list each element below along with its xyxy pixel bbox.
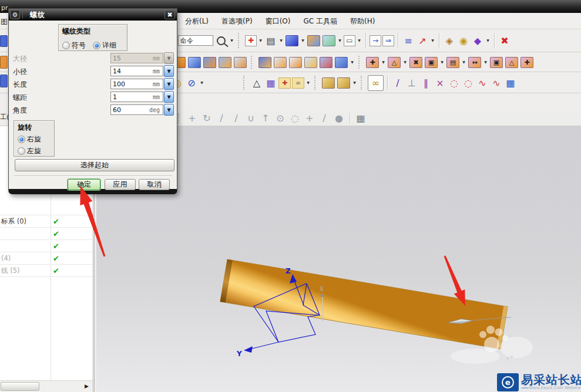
offset-region-icon[interactable]: △ — [388, 57, 401, 68]
curve-dropdown-icon[interactable]: ▼ — [199, 80, 204, 86]
radio-symbolic-circle[interactable] — [62, 42, 70, 49]
copy-face-icon[interactable]: ▣ — [425, 57, 438, 68]
radio-symbolic[interactable]: 符号 — [62, 40, 86, 50]
ref-circle-icon[interactable]: ◌ — [448, 76, 461, 90]
table-icon[interactable]: ▦ — [264, 76, 277, 90]
chain-link-icon[interactable]: ∞ — [368, 75, 384, 91]
clip-section-icon[interactable] — [323, 35, 335, 46]
snap-point-icon[interactable]: + — [186, 111, 199, 126]
assembly-dropdown-icon[interactable]: ▼ — [352, 80, 357, 86]
primitive-dropdown-icon[interactable]: ▼ — [350, 59, 355, 65]
object-display-icon[interactable]: ◉ — [457, 33, 470, 48]
folder-dropdown-icon[interactable]: ▼ — [305, 80, 311, 86]
menu-preferences[interactable]: 首选项(P) — [216, 15, 258, 28]
pull-face-icon[interactable] — [234, 57, 247, 68]
scrollbar-thumb[interactable] — [1, 382, 39, 391]
csys-orientation-icon[interactable]: ↗ — [416, 33, 429, 48]
snap-center-icon[interactable]: ⊙ — [274, 111, 287, 126]
move-region-icon[interactable]: ✚ — [520, 57, 533, 68]
move-face-dropdown-icon[interactable]: ▼ — [381, 59, 386, 65]
radio-detailed[interactable]: 详细 — [93, 40, 116, 50]
display-mode-dropdown-icon[interactable]: ▼ — [278, 38, 284, 43]
resize-face-dropdown-icon[interactable]: ▼ — [483, 59, 488, 65]
scrollbar-right-arrow[interactable]: ▶ — [85, 383, 89, 389]
edit-object-display-icon[interactable]: ◈ — [443, 33, 456, 48]
navigator-row[interactable] — [0, 203, 93, 215]
checkmark-icon[interactable]: ✔ — [53, 242, 59, 251]
snap-quadrant-icon[interactable]: ◌ — [288, 111, 301, 126]
radio-left-hand[interactable]: 左旋 — [18, 146, 51, 156]
thicken-feature-icon[interactable] — [304, 57, 317, 68]
csys-dropdown-icon[interactable]: ▼ — [430, 38, 435, 43]
checkmark-icon[interactable]: ✔ — [53, 217, 59, 226]
menu-gc-toolbox[interactable]: GC 工具箱 — [298, 15, 342, 28]
resize-face-icon[interactable]: ↔ — [468, 57, 481, 68]
pocket-feature-icon[interactable] — [203, 57, 216, 68]
offset-region-dropdown-icon[interactable]: ▼ — [402, 59, 408, 65]
ok-button[interactable]: 确定 — [68, 179, 100, 190]
menu-window[interactable]: 窗口(O) — [260, 15, 296, 28]
assembly-icon[interactable] — [322, 77, 335, 89]
sketch-line-icon[interactable]: / — [391, 76, 404, 90]
display-mode-icon[interactable]: ▤ — [264, 33, 277, 48]
field-spinner-button[interactable]: ▼ — [164, 78, 174, 90]
field-spinner-button[interactable]: ▼ — [164, 104, 174, 116]
sketch-axes-icon[interactable]: ⊥ — [405, 76, 418, 90]
checkmark-icon[interactable]: ✔ — [53, 229, 59, 238]
dialog-titlebar[interactable]: ⚙ 螺纹 ✖ — [9, 9, 177, 21]
sheet-feature-icon[interactable] — [274, 57, 287, 68]
copy-to-layer-icon[interactable]: ⇒ — [382, 35, 394, 46]
move-face-icon[interactable]: ✚ — [366, 57, 379, 68]
snap-point-on-face-icon[interactable]: ● — [333, 111, 345, 126]
field-input[interactable]: 60deg — [110, 104, 163, 115]
make-coplanar-icon[interactable]: ▣ — [490, 57, 503, 68]
bend-feature-icon[interactable] — [289, 57, 302, 68]
surface-grid-icon[interactable]: ▦ — [504, 76, 517, 90]
group-folder-icon[interactable]: ∞ — [292, 77, 304, 89]
parallel-constraint-icon[interactable]: ∥ — [419, 76, 432, 90]
snap-existing-point-icon[interactable]: + — [303, 111, 316, 126]
snap-endpoint-icon[interactable]: / — [215, 111, 228, 126]
pyramid-feature-icon[interactable] — [320, 57, 333, 68]
navigator-row[interactable]: 标系 (0)✔ — [0, 215, 93, 228]
polyhedron-icon[interactable] — [335, 57, 348, 68]
navigator-row[interactable]: ✔ — [0, 240, 93, 252]
snap-intersection-icon[interactable]: ↑ — [259, 111, 272, 126]
snap-midpoint-icon[interactable]: / — [230, 111, 243, 126]
fit-view-dropdown-icon[interactable]: ▼ — [258, 38, 263, 43]
rib-feature-icon[interactable] — [219, 57, 231, 68]
field-input[interactable]: 14mm — [110, 66, 163, 76]
interrupt-icon[interactable]: ✖ — [498, 33, 511, 48]
field-spinner-button[interactable]: ▼ — [164, 65, 174, 77]
clip-section-dropdown-icon[interactable]: ▼ — [337, 38, 342, 43]
suppress-helix-icon[interactable]: ⊘ — [185, 76, 198, 90]
show-hide-dropdown-icon[interactable]: ▼ — [485, 38, 491, 43]
shaded-view-icon[interactable] — [286, 35, 298, 46]
section-view-icon[interactable] — [307, 35, 320, 46]
shaded-view-dropdown-icon[interactable]: ▼ — [300, 38, 305, 43]
radio-right-hand-circle[interactable] — [18, 136, 25, 143]
delete-face-icon[interactable]: ✖ — [409, 57, 422, 68]
datum-plane-icon[interactable]: △ — [250, 76, 263, 90]
radio-detailed-circle[interactable] — [93, 42, 100, 49]
block-feature-icon[interactable] — [258, 57, 271, 68]
snap-arc-icon[interactable]: ∪ — [244, 111, 257, 126]
field-input[interactable]: 1mm — [110, 92, 163, 102]
copy-face-dropdown-icon[interactable]: ▼ — [439, 59, 445, 65]
snap-rotate-icon[interactable]: ↻ — [200, 111, 213, 126]
point-set-folder-icon[interactable]: ✚ — [278, 77, 291, 89]
radio-left-hand-circle[interactable] — [18, 147, 25, 155]
horizontal-scrollbar[interactable]: ▶ — [0, 380, 93, 392]
show-hide-icon[interactable]: ◆ — [471, 33, 484, 48]
field-input[interactable]: 100mm — [110, 79, 163, 89]
pattern-face-icon[interactable]: ▤ — [446, 57, 459, 68]
close-icon[interactable]: ✖ — [164, 10, 175, 19]
make-symmetric-icon[interactable]: △ — [505, 57, 518, 68]
apply-button[interactable]: 应用 — [105, 179, 136, 190]
cancel-button[interactable]: 取消 — [139, 179, 170, 190]
navigator-row[interactable]: ✔ — [0, 228, 93, 240]
move-to-layer-icon[interactable]: → — [370, 35, 381, 46]
navigator-row[interactable]: 线 (5)✔ — [0, 265, 93, 277]
window-style-dropdown-icon[interactable]: ▼ — [357, 38, 362, 43]
search-dropdown-icon[interactable]: ▼ — [229, 38, 234, 43]
